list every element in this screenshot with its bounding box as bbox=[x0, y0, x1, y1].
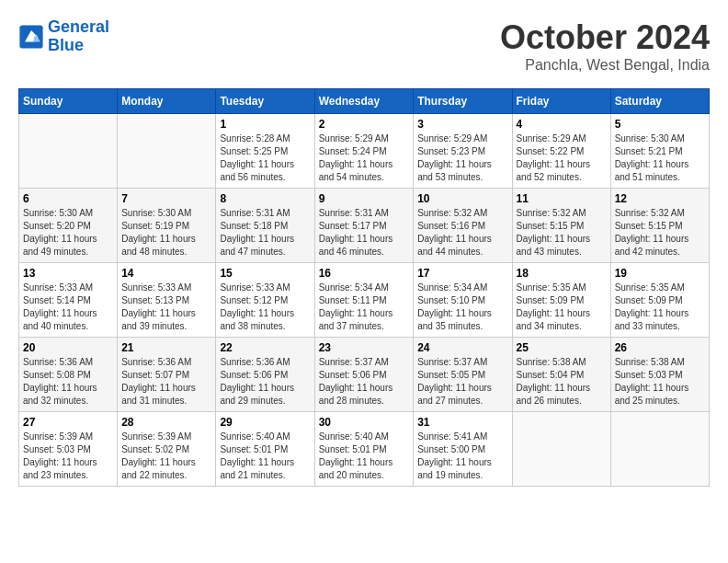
cell-content: Sunrise: 5:36 AM Sunset: 5:07 PM Dayligh… bbox=[121, 356, 211, 408]
calendar-cell: 19 Sunrise: 5:35 AM Sunset: 5:09 PM Dayl… bbox=[610, 263, 709, 338]
sunset-text: Sunset: 5:00 PM bbox=[417, 443, 507, 456]
calendar-cell: 31 Sunrise: 5:41 AM Sunset: 5:00 PM Dayl… bbox=[414, 412, 512, 487]
cell-content: Sunrise: 5:31 AM Sunset: 5:18 PM Dayligh… bbox=[220, 207, 310, 259]
day-number: 27 bbox=[23, 416, 113, 429]
day-number: 18 bbox=[517, 267, 607, 280]
day-number: 23 bbox=[319, 341, 410, 354]
sunset-text: Sunset: 5:05 PM bbox=[417, 369, 507, 382]
calendar-cell: 26 Sunrise: 5:38 AM Sunset: 5:03 PM Dayl… bbox=[610, 338, 709, 412]
calendar-cell: 9 Sunrise: 5:31 AM Sunset: 5:17 PM Dayli… bbox=[314, 189, 414, 263]
cell-content: Sunrise: 5:29 AM Sunset: 5:24 PM Dayligh… bbox=[319, 132, 410, 184]
day-number: 7 bbox=[121, 192, 211, 205]
day-number: 13 bbox=[23, 267, 113, 280]
day-number: 10 bbox=[417, 192, 507, 205]
calendar-cell: 20 Sunrise: 5:36 AM Sunset: 5:08 PM Dayl… bbox=[19, 338, 118, 412]
daylight-text: Daylight: 11 hours and 26 minutes. bbox=[517, 382, 607, 408]
weekday-header-cell: Sunday bbox=[19, 89, 118, 114]
sunrise-text: Sunrise: 5:37 AM bbox=[417, 356, 507, 369]
daylight-text: Daylight: 11 hours and 33 minutes. bbox=[615, 307, 705, 333]
calendar-cell: 12 Sunrise: 5:32 AM Sunset: 5:15 PM Dayl… bbox=[610, 189, 709, 263]
sunset-text: Sunset: 5:02 PM bbox=[121, 443, 211, 456]
calendar-cell: 22 Sunrise: 5:36 AM Sunset: 5:06 PM Dayl… bbox=[216, 338, 314, 412]
logo-icon bbox=[18, 24, 44, 50]
sunrise-text: Sunrise: 5:33 AM bbox=[220, 282, 310, 294]
day-number: 26 bbox=[615, 341, 705, 354]
daylight-text: Daylight: 11 hours and 48 minutes. bbox=[121, 233, 211, 259]
sunset-text: Sunset: 5:18 PM bbox=[220, 220, 310, 233]
day-number: 24 bbox=[417, 341, 507, 354]
sunset-text: Sunset: 5:14 PM bbox=[23, 294, 113, 307]
daylight-text: Daylight: 11 hours and 49 minutes. bbox=[23, 233, 113, 259]
calendar-week-row: 27 Sunrise: 5:39 AM Sunset: 5:03 PM Dayl… bbox=[19, 412, 710, 487]
day-number: 28 bbox=[121, 416, 211, 429]
day-number: 21 bbox=[121, 341, 211, 354]
sunrise-text: Sunrise: 5:32 AM bbox=[517, 207, 607, 220]
calendar-cell bbox=[118, 114, 216, 189]
sunrise-text: Sunrise: 5:36 AM bbox=[220, 356, 310, 369]
day-number: 12 bbox=[615, 192, 705, 205]
cell-content: Sunrise: 5:32 AM Sunset: 5:15 PM Dayligh… bbox=[615, 207, 705, 259]
month-title: October 2024 bbox=[500, 18, 710, 57]
cell-content: Sunrise: 5:34 AM Sunset: 5:10 PM Dayligh… bbox=[417, 282, 507, 333]
cell-content: Sunrise: 5:33 AM Sunset: 5:14 PM Dayligh… bbox=[23, 282, 113, 333]
sunrise-text: Sunrise: 5:37 AM bbox=[319, 356, 410, 369]
calendar-week-row: 6 Sunrise: 5:30 AM Sunset: 5:20 PM Dayli… bbox=[19, 189, 710, 263]
calendar-cell: 13 Sunrise: 5:33 AM Sunset: 5:14 PM Dayl… bbox=[19, 263, 118, 338]
cell-content: Sunrise: 5:41 AM Sunset: 5:00 PM Dayligh… bbox=[417, 431, 507, 482]
cell-content: Sunrise: 5:29 AM Sunset: 5:23 PM Dayligh… bbox=[417, 132, 507, 184]
weekday-header-cell: Wednesday bbox=[314, 89, 414, 114]
sunset-text: Sunset: 5:08 PM bbox=[23, 369, 113, 382]
calendar-cell: 17 Sunrise: 5:34 AM Sunset: 5:10 PM Dayl… bbox=[414, 263, 512, 338]
sunset-text: Sunset: 5:12 PM bbox=[220, 294, 310, 307]
day-number: 11 bbox=[517, 192, 607, 205]
sunset-text: Sunset: 5:07 PM bbox=[121, 369, 211, 382]
sunrise-text: Sunrise: 5:33 AM bbox=[23, 282, 113, 294]
daylight-text: Daylight: 11 hours and 22 minutes. bbox=[121, 456, 211, 482]
daylight-text: Daylight: 11 hours and 20 minutes. bbox=[319, 456, 410, 482]
daylight-text: Daylight: 11 hours and 31 minutes. bbox=[121, 382, 211, 408]
calendar-table: SundayMondayTuesdayWednesdayThursdayFrid… bbox=[18, 88, 710, 487]
title-block: October 2024 Panchla, West Bengal, India bbox=[500, 18, 710, 74]
sunrise-text: Sunrise: 5:29 AM bbox=[417, 132, 507, 145]
calendar-cell: 25 Sunrise: 5:38 AM Sunset: 5:04 PM Dayl… bbox=[512, 338, 610, 412]
sunrise-text: Sunrise: 5:39 AM bbox=[121, 431, 211, 443]
sunset-text: Sunset: 5:09 PM bbox=[615, 294, 705, 307]
day-number: 30 bbox=[319, 416, 410, 429]
location-title: Panchla, West Bengal, India bbox=[500, 57, 710, 74]
calendar-cell: 15 Sunrise: 5:33 AM Sunset: 5:12 PM Dayl… bbox=[216, 263, 314, 338]
calendar-week-row: 1 Sunrise: 5:28 AM Sunset: 5:25 PM Dayli… bbox=[19, 114, 710, 189]
cell-content: Sunrise: 5:29 AM Sunset: 5:22 PM Dayligh… bbox=[517, 132, 607, 184]
sunset-text: Sunset: 5:06 PM bbox=[220, 369, 310, 382]
sunset-text: Sunset: 5:01 PM bbox=[220, 443, 310, 456]
weekday-header-cell: Monday bbox=[118, 89, 216, 114]
calendar-week-row: 20 Sunrise: 5:36 AM Sunset: 5:08 PM Dayl… bbox=[19, 338, 710, 412]
day-number: 1 bbox=[220, 118, 310, 131]
sunrise-text: Sunrise: 5:28 AM bbox=[220, 132, 310, 145]
cell-content: Sunrise: 5:31 AM Sunset: 5:17 PM Dayligh… bbox=[319, 207, 410, 259]
sunset-text: Sunset: 5:09 PM bbox=[517, 294, 607, 307]
sunrise-text: Sunrise: 5:38 AM bbox=[517, 356, 607, 369]
sunset-text: Sunset: 5:15 PM bbox=[517, 220, 607, 233]
cell-content: Sunrise: 5:40 AM Sunset: 5:01 PM Dayligh… bbox=[319, 431, 410, 482]
daylight-text: Daylight: 11 hours and 47 minutes. bbox=[220, 233, 310, 259]
weekday-header-row: SundayMondayTuesdayWednesdayThursdayFrid… bbox=[19, 89, 710, 114]
sunrise-text: Sunrise: 5:30 AM bbox=[23, 207, 113, 220]
daylight-text: Daylight: 11 hours and 42 minutes. bbox=[615, 233, 705, 259]
cell-content: Sunrise: 5:33 AM Sunset: 5:12 PM Dayligh… bbox=[220, 282, 310, 333]
page-header: General Blue October 2024 Panchla, West … bbox=[18, 18, 710, 74]
sunrise-text: Sunrise: 5:32 AM bbox=[615, 207, 705, 220]
daylight-text: Daylight: 11 hours and 23 minutes. bbox=[23, 456, 113, 482]
cell-content: Sunrise: 5:30 AM Sunset: 5:19 PM Dayligh… bbox=[121, 207, 211, 259]
sunset-text: Sunset: 5:13 PM bbox=[121, 294, 211, 307]
cell-content: Sunrise: 5:33 AM Sunset: 5:13 PM Dayligh… bbox=[121, 282, 211, 333]
cell-content: Sunrise: 5:30 AM Sunset: 5:20 PM Dayligh… bbox=[23, 207, 113, 259]
weekday-header-cell: Thursday bbox=[414, 89, 512, 114]
cell-content: Sunrise: 5:40 AM Sunset: 5:01 PM Dayligh… bbox=[220, 431, 310, 482]
daylight-text: Daylight: 11 hours and 32 minutes. bbox=[23, 382, 113, 408]
day-number: 4 bbox=[517, 118, 607, 131]
day-number: 5 bbox=[615, 118, 705, 131]
day-number: 2 bbox=[319, 118, 410, 131]
sunrise-text: Sunrise: 5:35 AM bbox=[517, 282, 607, 294]
calendar-cell bbox=[512, 412, 610, 487]
weekday-header-cell: Tuesday bbox=[216, 89, 314, 114]
